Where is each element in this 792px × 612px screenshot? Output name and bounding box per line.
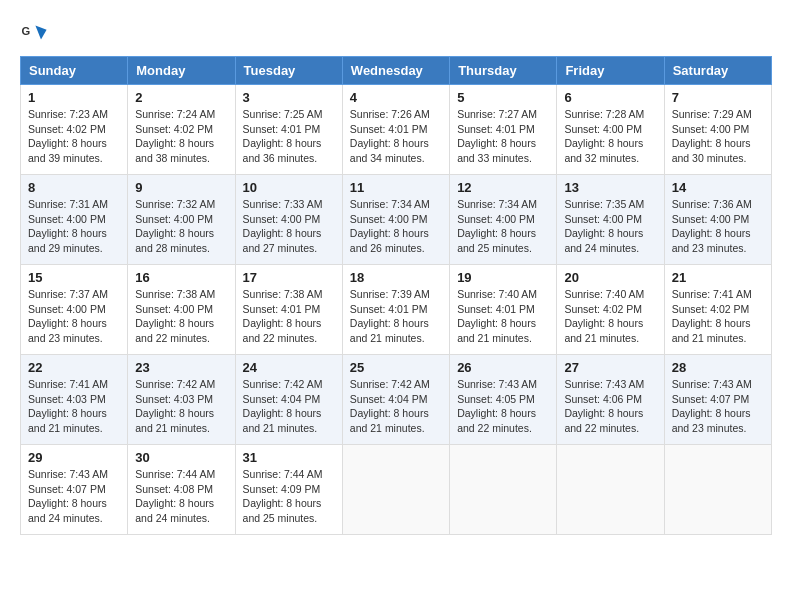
day-info: Sunrise: 7:43 AM Sunset: 4:07 PM Dayligh…	[28, 467, 120, 526]
calendar-cell: 6 Sunrise: 7:28 AM Sunset: 4:00 PM Dayli…	[557, 85, 664, 175]
day-info: Sunrise: 7:27 AM Sunset: 4:01 PM Dayligh…	[457, 107, 549, 166]
calendar-cell	[664, 445, 771, 535]
header-cell-tuesday: Tuesday	[235, 57, 342, 85]
day-number: 9	[135, 180, 227, 195]
day-info: Sunrise: 7:43 AM Sunset: 4:07 PM Dayligh…	[672, 377, 764, 436]
calendar-cell: 10 Sunrise: 7:33 AM Sunset: 4:00 PM Dayl…	[235, 175, 342, 265]
day-number: 19	[457, 270, 549, 285]
day-info: Sunrise: 7:36 AM Sunset: 4:00 PM Dayligh…	[672, 197, 764, 256]
calendar-cell	[450, 445, 557, 535]
day-info: Sunrise: 7:43 AM Sunset: 4:06 PM Dayligh…	[564, 377, 656, 436]
calendar-cell: 30 Sunrise: 7:44 AM Sunset: 4:08 PM Dayl…	[128, 445, 235, 535]
calendar-week-row: 22 Sunrise: 7:41 AM Sunset: 4:03 PM Dayl…	[21, 355, 772, 445]
svg-text:G: G	[21, 25, 30, 37]
day-number: 20	[564, 270, 656, 285]
calendar-cell	[557, 445, 664, 535]
header-cell-wednesday: Wednesday	[342, 57, 449, 85]
calendar-cell: 2 Sunrise: 7:24 AM Sunset: 4:02 PM Dayli…	[128, 85, 235, 175]
calendar-body: 1 Sunrise: 7:23 AM Sunset: 4:02 PM Dayli…	[21, 85, 772, 535]
day-info: Sunrise: 7:34 AM Sunset: 4:00 PM Dayligh…	[350, 197, 442, 256]
calendar-cell: 24 Sunrise: 7:42 AM Sunset: 4:04 PM Dayl…	[235, 355, 342, 445]
day-number: 16	[135, 270, 227, 285]
day-number: 3	[243, 90, 335, 105]
day-number: 18	[350, 270, 442, 285]
calendar-cell: 17 Sunrise: 7:38 AM Sunset: 4:01 PM Dayl…	[235, 265, 342, 355]
calendar-cell: 16 Sunrise: 7:38 AM Sunset: 4:00 PM Dayl…	[128, 265, 235, 355]
day-info: Sunrise: 7:25 AM Sunset: 4:01 PM Dayligh…	[243, 107, 335, 166]
day-info: Sunrise: 7:39 AM Sunset: 4:01 PM Dayligh…	[350, 287, 442, 346]
day-info: Sunrise: 7:40 AM Sunset: 4:02 PM Dayligh…	[564, 287, 656, 346]
calendar-week-row: 8 Sunrise: 7:31 AM Sunset: 4:00 PM Dayli…	[21, 175, 772, 265]
day-info: Sunrise: 7:43 AM Sunset: 4:05 PM Dayligh…	[457, 377, 549, 436]
day-number: 21	[672, 270, 764, 285]
calendar-header-row: SundayMondayTuesdayWednesdayThursdayFrid…	[21, 57, 772, 85]
calendar-cell: 19 Sunrise: 7:40 AM Sunset: 4:01 PM Dayl…	[450, 265, 557, 355]
day-number: 10	[243, 180, 335, 195]
day-number: 29	[28, 450, 120, 465]
day-number: 28	[672, 360, 764, 375]
day-number: 2	[135, 90, 227, 105]
calendar-cell: 13 Sunrise: 7:35 AM Sunset: 4:00 PM Dayl…	[557, 175, 664, 265]
day-info: Sunrise: 7:38 AM Sunset: 4:01 PM Dayligh…	[243, 287, 335, 346]
day-info: Sunrise: 7:41 AM Sunset: 4:03 PM Dayligh…	[28, 377, 120, 436]
day-number: 22	[28, 360, 120, 375]
day-number: 14	[672, 180, 764, 195]
day-number: 11	[350, 180, 442, 195]
calendar-cell: 25 Sunrise: 7:42 AM Sunset: 4:04 PM Dayl…	[342, 355, 449, 445]
header-cell-thursday: Thursday	[450, 57, 557, 85]
day-info: Sunrise: 7:26 AM Sunset: 4:01 PM Dayligh…	[350, 107, 442, 166]
day-number: 8	[28, 180, 120, 195]
calendar-cell: 20 Sunrise: 7:40 AM Sunset: 4:02 PM Dayl…	[557, 265, 664, 355]
day-number: 15	[28, 270, 120, 285]
day-info: Sunrise: 7:34 AM Sunset: 4:00 PM Dayligh…	[457, 197, 549, 256]
day-info: Sunrise: 7:42 AM Sunset: 4:04 PM Dayligh…	[243, 377, 335, 436]
calendar-cell: 8 Sunrise: 7:31 AM Sunset: 4:00 PM Dayli…	[21, 175, 128, 265]
calendar-cell: 28 Sunrise: 7:43 AM Sunset: 4:07 PM Dayl…	[664, 355, 771, 445]
header-cell-monday: Monday	[128, 57, 235, 85]
day-number: 5	[457, 90, 549, 105]
calendar-cell: 14 Sunrise: 7:36 AM Sunset: 4:00 PM Dayl…	[664, 175, 771, 265]
day-number: 31	[243, 450, 335, 465]
logo: G	[20, 20, 52, 48]
calendar-cell: 5 Sunrise: 7:27 AM Sunset: 4:01 PM Dayli…	[450, 85, 557, 175]
calendar-cell: 29 Sunrise: 7:43 AM Sunset: 4:07 PM Dayl…	[21, 445, 128, 535]
day-info: Sunrise: 7:41 AM Sunset: 4:02 PM Dayligh…	[672, 287, 764, 346]
day-info: Sunrise: 7:38 AM Sunset: 4:00 PM Dayligh…	[135, 287, 227, 346]
day-number: 17	[243, 270, 335, 285]
day-info: Sunrise: 7:33 AM Sunset: 4:00 PM Dayligh…	[243, 197, 335, 256]
calendar-cell: 15 Sunrise: 7:37 AM Sunset: 4:00 PM Dayl…	[21, 265, 128, 355]
calendar-cell: 12 Sunrise: 7:34 AM Sunset: 4:00 PM Dayl…	[450, 175, 557, 265]
day-info: Sunrise: 7:23 AM Sunset: 4:02 PM Dayligh…	[28, 107, 120, 166]
header-cell-friday: Friday	[557, 57, 664, 85]
day-number: 4	[350, 90, 442, 105]
day-info: Sunrise: 7:37 AM Sunset: 4:00 PM Dayligh…	[28, 287, 120, 346]
calendar-cell: 4 Sunrise: 7:26 AM Sunset: 4:01 PM Dayli…	[342, 85, 449, 175]
calendar-cell: 27 Sunrise: 7:43 AM Sunset: 4:06 PM Dayl…	[557, 355, 664, 445]
day-number: 12	[457, 180, 549, 195]
day-number: 25	[350, 360, 442, 375]
day-info: Sunrise: 7:29 AM Sunset: 4:00 PM Dayligh…	[672, 107, 764, 166]
calendar-week-row: 29 Sunrise: 7:43 AM Sunset: 4:07 PM Dayl…	[21, 445, 772, 535]
day-number: 23	[135, 360, 227, 375]
calendar-cell	[342, 445, 449, 535]
calendar-cell: 1 Sunrise: 7:23 AM Sunset: 4:02 PM Dayli…	[21, 85, 128, 175]
calendar-cell: 22 Sunrise: 7:41 AM Sunset: 4:03 PM Dayl…	[21, 355, 128, 445]
calendar-cell: 31 Sunrise: 7:44 AM Sunset: 4:09 PM Dayl…	[235, 445, 342, 535]
calendar-cell: 26 Sunrise: 7:43 AM Sunset: 4:05 PM Dayl…	[450, 355, 557, 445]
calendar-cell: 11 Sunrise: 7:34 AM Sunset: 4:00 PM Dayl…	[342, 175, 449, 265]
day-info: Sunrise: 7:31 AM Sunset: 4:00 PM Dayligh…	[28, 197, 120, 256]
day-number: 13	[564, 180, 656, 195]
day-info: Sunrise: 7:35 AM Sunset: 4:00 PM Dayligh…	[564, 197, 656, 256]
day-info: Sunrise: 7:32 AM Sunset: 4:00 PM Dayligh…	[135, 197, 227, 256]
day-number: 1	[28, 90, 120, 105]
calendar-cell: 18 Sunrise: 7:39 AM Sunset: 4:01 PM Dayl…	[342, 265, 449, 355]
calendar-cell: 21 Sunrise: 7:41 AM Sunset: 4:02 PM Dayl…	[664, 265, 771, 355]
day-number: 26	[457, 360, 549, 375]
day-info: Sunrise: 7:42 AM Sunset: 4:04 PM Dayligh…	[350, 377, 442, 436]
day-info: Sunrise: 7:40 AM Sunset: 4:01 PM Dayligh…	[457, 287, 549, 346]
day-info: Sunrise: 7:44 AM Sunset: 4:09 PM Dayligh…	[243, 467, 335, 526]
day-info: Sunrise: 7:24 AM Sunset: 4:02 PM Dayligh…	[135, 107, 227, 166]
day-number: 24	[243, 360, 335, 375]
day-number: 30	[135, 450, 227, 465]
day-number: 27	[564, 360, 656, 375]
